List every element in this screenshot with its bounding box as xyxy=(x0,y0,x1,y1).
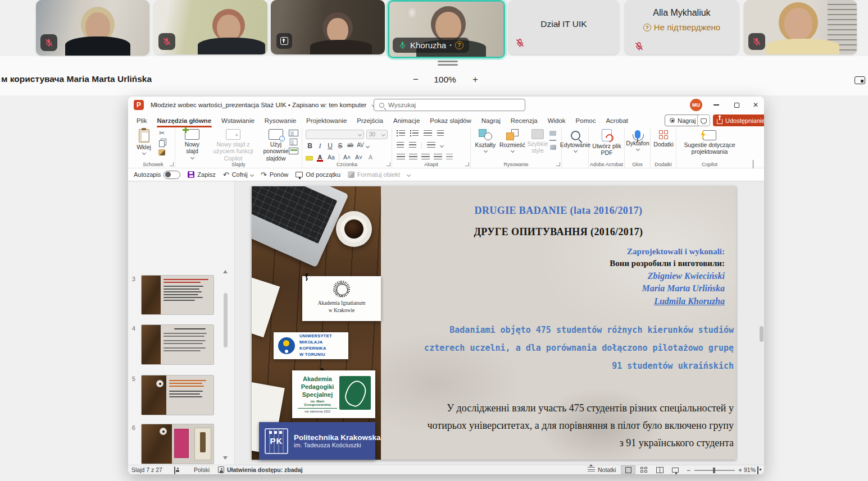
align-right-button[interactable] xyxy=(421,154,430,160)
thumb-scrollbar[interactable] xyxy=(224,293,228,347)
line-spacing-button[interactable] xyxy=(424,130,432,136)
tiles-drag-handle[interactable] xyxy=(438,61,458,67)
new-slide-button[interactable]: Nowy slajd xyxy=(179,129,206,159)
reuse-slides-button[interactable]: Użyj ponownie slajdów xyxy=(261,129,291,162)
dictate-button[interactable]: Dyktafon xyxy=(625,129,651,150)
shrink-font-button[interactable]: A˅ xyxy=(355,154,363,161)
addins-button[interactable]: Dodatki xyxy=(651,129,676,148)
strikethrough-button[interactable]: S xyxy=(336,142,344,150)
editing-button[interactable]: Edytowanie xyxy=(562,129,589,152)
slide-body-uk[interactable]: У дослідженні взяли участь 475 студентів… xyxy=(390,400,734,452)
italic-button[interactable]: I xyxy=(316,142,324,150)
tab-recenzja[interactable]: Recenzja xyxy=(506,113,543,127)
reset-slide-icon[interactable] xyxy=(290,139,298,145)
create-pdf-button[interactable]: Utwórz plik PDF xyxy=(592,129,621,157)
tab-wstawianie[interactable]: Wstawianie xyxy=(216,113,260,127)
zoom-out-button[interactable]: − xyxy=(687,466,690,474)
slide-body-pl[interactable]: Badaniami objęto 475 studentów różnych k… xyxy=(390,321,734,375)
redo-button[interactable]: ↷ Ponów xyxy=(261,171,289,178)
sort-button[interactable] xyxy=(437,130,444,136)
grow-font-button[interactable]: A˄ xyxy=(343,154,351,161)
zoom-in-button[interactable]: + xyxy=(469,74,481,85)
align-left-button[interactable] xyxy=(397,154,405,160)
highlight-color-button[interactable] xyxy=(306,156,313,161)
document-title[interactable]: Młodzież wobec wartości_prezentacja Staż… xyxy=(151,102,374,108)
tab-animacje[interactable]: Animacje xyxy=(388,113,425,127)
copy-icon[interactable] xyxy=(159,140,165,147)
search-input[interactable]: Wyszukaj xyxy=(374,99,525,111)
columns-button[interactable] xyxy=(427,142,435,148)
layout-icon[interactable] xyxy=(289,130,298,136)
quick-styles-button[interactable]: Szybkie style xyxy=(527,129,548,154)
character-spacing-button[interactable]: AV xyxy=(356,142,365,150)
user-avatar[interactable]: MU xyxy=(690,99,702,111)
change-case-button[interactable]: Aa xyxy=(327,154,335,161)
zoom-slider[interactable] xyxy=(694,470,735,471)
from-beginning-button[interactable]: Od początku xyxy=(296,171,340,178)
save-button[interactable]: Zapisz xyxy=(188,171,215,178)
participant-video-khoruzha-active[interactable]: Khoruzha • ? xyxy=(388,0,505,58)
dialog-launcher-icon[interactable] xyxy=(465,162,469,166)
bullets-button[interactable] xyxy=(397,130,405,136)
format-painter-icon[interactable] xyxy=(158,149,165,155)
cut-icon[interactable]: ✂ xyxy=(159,130,165,136)
bold-button[interactable]: B xyxy=(306,142,314,150)
fit-to-window-button[interactable] xyxy=(757,467,758,474)
autosave-toggle[interactable]: Autozapis xyxy=(134,171,180,179)
collapse-ribbon-chevron[interactable] xyxy=(753,160,758,166)
font-name-select[interactable] xyxy=(306,130,364,139)
zoom-in-button[interactable]: + xyxy=(738,466,742,474)
slideshow-view-button[interactable] xyxy=(668,465,683,474)
accessibility-checker-icon[interactable] xyxy=(174,467,175,474)
tab-pokaz-slajdow[interactable]: Pokaz slajdów xyxy=(425,113,476,127)
font-color-button[interactable]: A xyxy=(316,154,324,161)
qat-overflow-chevron[interactable] xyxy=(407,172,411,176)
text-shadow-button[interactable]: ab xyxy=(346,142,355,150)
normal-view-button[interactable] xyxy=(621,465,635,474)
tab-rysowanie[interactable]: Rysowanie xyxy=(260,113,301,127)
copilot-new-slide-button[interactable]: ✦ Nowy slajd z użyciem funkcji Copilot xyxy=(207,129,260,162)
tab-acrobat[interactable]: Acrobat xyxy=(601,113,633,127)
format-object-button[interactable]: Formatuj obiekt xyxy=(348,171,400,178)
dialog-launcher-icon[interactable] xyxy=(556,162,560,166)
tab-narzedzia-glowne[interactable]: Narzędzia główne xyxy=(152,113,217,127)
chevron-down-icon[interactable] xyxy=(366,144,370,148)
participant-tile-dzial-it[interactable]: Dział IT UIK xyxy=(508,0,619,54)
slide-thumbnail-4[interactable] xyxy=(141,324,214,365)
language-button[interactable]: Polski xyxy=(194,466,210,473)
title-bar[interactable]: P Młodzież wobec wartości_prezentacja St… xyxy=(128,97,764,113)
zoom-percentage[interactable]: 91% xyxy=(744,466,756,473)
tab-projektowanie[interactable]: Projektowanie xyxy=(301,113,352,127)
record-button[interactable]: Nagraj xyxy=(665,114,701,126)
section-icon[interactable] xyxy=(289,148,298,154)
justify-button[interactable] xyxy=(434,154,442,160)
minimize-button[interactable] xyxy=(707,97,726,113)
paste-button[interactable]: Wklej xyxy=(134,129,154,154)
comments-button[interactable] xyxy=(697,114,710,126)
participant-video-7[interactable] xyxy=(744,0,857,54)
slide-title-pl[interactable]: DRUGIE BADANIE (lata 2016/2017) xyxy=(392,205,725,217)
tab-pomoc[interactable]: Pomoc xyxy=(571,113,601,127)
notes-button[interactable]: Notatki xyxy=(588,466,616,473)
arrange-button[interactable]: Rozmieść xyxy=(499,129,526,152)
share-button[interactable]: Udostępnianie xyxy=(713,114,764,126)
participant-video-3[interactable] xyxy=(271,0,385,54)
slide-credits-block[interactable]: Zaprojektowali i wykonali: Вони розробил… xyxy=(392,246,725,308)
slide-7[interactable]: Akademia Ignatianum w Krakowie UNIWERSYT… xyxy=(252,186,736,460)
shape-effects-icon[interactable] xyxy=(550,145,556,150)
zoom-slider-thumb[interactable] xyxy=(713,468,715,473)
question-badge-icon[interactable]: ? xyxy=(455,41,463,49)
align-center-button[interactable] xyxy=(409,154,417,160)
reading-view-button[interactable] xyxy=(652,465,667,474)
chevron-down-icon[interactable] xyxy=(440,144,444,148)
slide-thumbnail-5[interactable] xyxy=(141,375,214,415)
slide-title-uk[interactable]: ДРУГЕ ОПИТУВАННЯ (2016/2017) xyxy=(392,226,725,238)
tab-przejscia[interactable]: Przejścia xyxy=(352,113,388,127)
close-button[interactable]: ✕ xyxy=(746,97,764,113)
underline-button[interactable]: U xyxy=(326,142,334,150)
font-size-select[interactable]: 30 xyxy=(366,130,388,139)
thumb-scroll-up-arrow[interactable] xyxy=(223,270,228,273)
tab-plik[interactable]: Plik xyxy=(131,113,152,127)
accessibility-status-button[interactable]: Ułatwienia dostępu: zbadaj xyxy=(218,466,303,473)
convert-smartart-button[interactable] xyxy=(446,154,453,160)
